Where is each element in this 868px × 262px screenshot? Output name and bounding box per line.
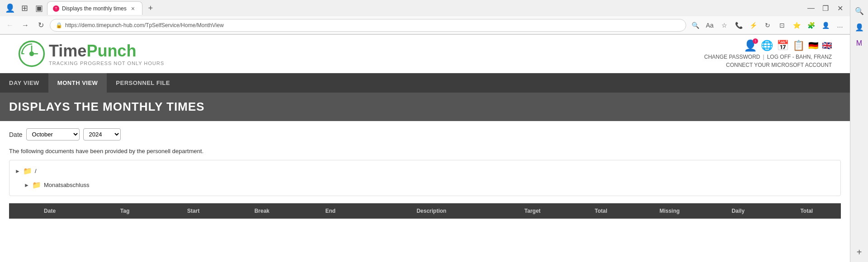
browser-address-bar: ← → ↻ 🔒 https://demo.timepunch-hub.com/T… [0, 16, 850, 34]
settings-icon[interactable]: … [834, 19, 846, 32]
folder-icon: 📁 [23, 167, 32, 175]
minimize-button[interactable]: — [805, 2, 817, 14]
th-end: End [296, 208, 365, 214]
info-text: The following documents have been provid… [9, 148, 841, 154]
sidebar-teams-icon[interactable]: M [852, 36, 867, 51]
clipboard-icon[interactable]: 📋 [792, 40, 805, 51]
th-total2: Total [773, 208, 841, 214]
th-break: Break [228, 208, 296, 214]
th-start: Start [159, 208, 228, 214]
site-header: TimePunch TRACKING PROGRESS NOT ONLY HOU… [0, 35, 850, 73]
tab-close-button[interactable]: × [129, 5, 137, 12]
th-target: Target [498, 208, 567, 214]
log-off-link[interactable]: LOG OFF - BAHN, FRANZ [767, 54, 832, 60]
logo-tagline: TRACKING PROGRESS NOT ONLY HOURS [49, 61, 164, 66]
language-globe-icon[interactable]: 🌐 [761, 40, 773, 51]
date-label: Date [9, 131, 23, 138]
new-tab-button[interactable]: + [144, 2, 157, 14]
url-text: https://demo.timepunch-hub.com/TpSelfSer… [65, 22, 680, 28]
workspaces-icon[interactable]: ▣ [33, 2, 45, 14]
browser-toolbar-icons: 🔍 Aa ☆ 📞 ⚡ ↻ ⊡ ⭐ 🧩 👤 … [689, 19, 846, 32]
extensions-toolbar-icon[interactable]: 🧩 [805, 19, 817, 32]
month-select[interactable]: January February March April May June Ju… [26, 128, 80, 140]
profile-toolbar-icon[interactable]: 👤 [819, 19, 832, 32]
folder-sub-label: Monatsabschluss [44, 182, 89, 188]
bookmarks-icon[interactable]: ⭐ [790, 19, 803, 32]
forward-button[interactable]: → [19, 19, 32, 32]
main-content: Date January February March April May Ju… [0, 121, 850, 226]
th-daily: Daily [704, 208, 773, 214]
th-total: Total [567, 208, 636, 214]
favorites-icon[interactable]: ☆ [718, 19, 730, 32]
folder-root-label: / [35, 168, 37, 174]
sync-icon[interactable]: ↻ [761, 19, 774, 32]
calendar-icon[interactable]: 📅 [777, 40, 789, 51]
site-logo: TimePunch TRACKING PROGRESS NOT ONLY HOU… [18, 40, 164, 67]
tab-favicon: T [53, 5, 59, 12]
nav-day-view[interactable]: DAY VIEW [0, 73, 48, 93]
table-header: Date Tag Start Break End Description Tar… [9, 203, 841, 219]
chevron-right-icon: ► [15, 168, 20, 174]
browser-chrome: 👤 ⊞ ▣ T Displays the monthly times × + —… [0, 0, 850, 35]
refresh-button[interactable]: ↻ [34, 19, 47, 32]
nav-month-view[interactable]: MONTH VIEW [48, 73, 107, 93]
profile-icon[interactable]: 👤 [4, 2, 16, 14]
header-icons: 👤 ! 🌐 📅 📋 🇩🇪 🇬🇧 [744, 39, 832, 52]
th-missing: Missing [635, 208, 704, 214]
header-divider: | [763, 54, 764, 60]
uk-flag-icon[interactable]: 🇬🇧 [822, 41, 832, 51]
german-flag-icon[interactable]: 🇩🇪 [808, 41, 818, 51]
url-bar[interactable]: 🔒 https://demo.timepunch-hub.com/TpSelfS… [50, 19, 686, 32]
connect-microsoft-link[interactable]: CONNECT YOUR MICROSOFT ACCOUNT [726, 62, 832, 68]
browser-right-sidebar: 🔍 👤 M + [850, 0, 868, 226]
back-button[interactable]: ← [4, 19, 16, 32]
user-alert-icon[interactable]: 👤 ! [744, 39, 757, 52]
extensions-icon[interactable]: ⊞ [18, 2, 31, 14]
browser-title-bar: 👤 ⊞ ▣ T Displays the monthly times × + —… [0, 0, 850, 16]
year-select[interactable]: 2022 2023 2024 2025 [83, 128, 121, 140]
split-view-icon[interactable]: ⊡ [776, 19, 788, 32]
restore-button[interactable]: ❐ [819, 2, 832, 14]
lock-icon: 🔒 [56, 22, 62, 28]
date-row: Date January February March April May Ju… [9, 128, 841, 140]
phone-icon[interactable]: 📞 [732, 19, 745, 32]
page-wrapper: 👤 ⊞ ▣ T Displays the monthly times × + —… [0, 0, 850, 226]
zoom-icon[interactable]: 🔍 [689, 19, 702, 32]
th-description: Description [365, 208, 498, 214]
browser-tab[interactable]: T Displays the monthly times × [47, 1, 142, 15]
nav-personnel-file[interactable]: PERSONNEL FILE [107, 73, 179, 93]
header-links: CHANGE PASSWORD | LOG OFF - BAHN, FRANZ [704, 54, 832, 60]
folder-tree: ► 📁 / ► 📁 Monatsabschluss [9, 160, 841, 196]
page-title-bar: DISPLAYS THE MONTHLY TIMES [0, 93, 850, 121]
header-right: 👤 ! 🌐 📅 📋 🇩🇪 🇬🇧 CHANGE PASSWORD | LOG OF… [704, 39, 832, 68]
logo-brand: TimePunch [49, 42, 164, 61]
logo-text: TimePunch TRACKING PROGRESS NOT ONLY HOU… [49, 42, 164, 66]
th-tag: Tag [90, 208, 159, 214]
tab-title: Displays the monthly times [62, 5, 127, 12]
folder-sub-icon: 📁 [32, 181, 41, 189]
folder-sub-item[interactable]: ► 📁 Monatsabschluss [9, 178, 840, 192]
lightning-icon[interactable]: ⚡ [747, 19, 759, 32]
th-date: Date [9, 208, 90, 214]
window-controls: — ❐ ✕ [805, 2, 846, 14]
read-aloud-icon[interactable]: Aa [703, 19, 716, 32]
page-title: DISPLAYS THE MONTHLY TIMES [9, 100, 841, 114]
sidebar-search-icon[interactable]: 🔍 [852, 4, 867, 18]
chevron-right-sub-icon: ► [24, 182, 29, 188]
sidebar-user-icon[interactable]: 👤 [852, 20, 867, 34]
logo-icon [18, 40, 45, 67]
change-password-link[interactable]: CHANGE PASSWORD [704, 54, 760, 60]
site-nav: DAY VIEW MONTH VIEW PERSONNEL FILE [0, 73, 850, 93]
folder-root-item[interactable]: ► 📁 / [9, 164, 840, 178]
close-button[interactable]: ✕ [834, 2, 846, 14]
